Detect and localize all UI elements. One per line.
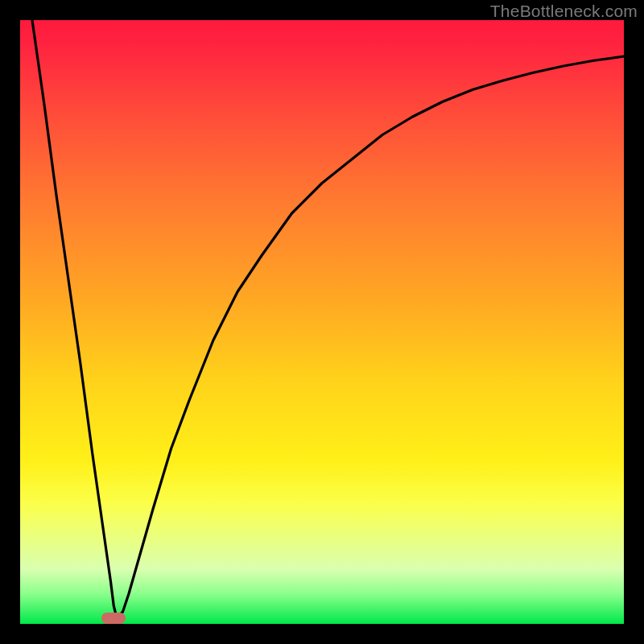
minimum-marker xyxy=(101,613,126,624)
bottleneck-curve xyxy=(20,0,624,618)
curve-svg xyxy=(20,20,624,624)
chart-frame: TheBottleneck.com xyxy=(0,0,644,644)
plot-area xyxy=(20,20,624,624)
watermark-text: TheBottleneck.com xyxy=(490,2,638,21)
